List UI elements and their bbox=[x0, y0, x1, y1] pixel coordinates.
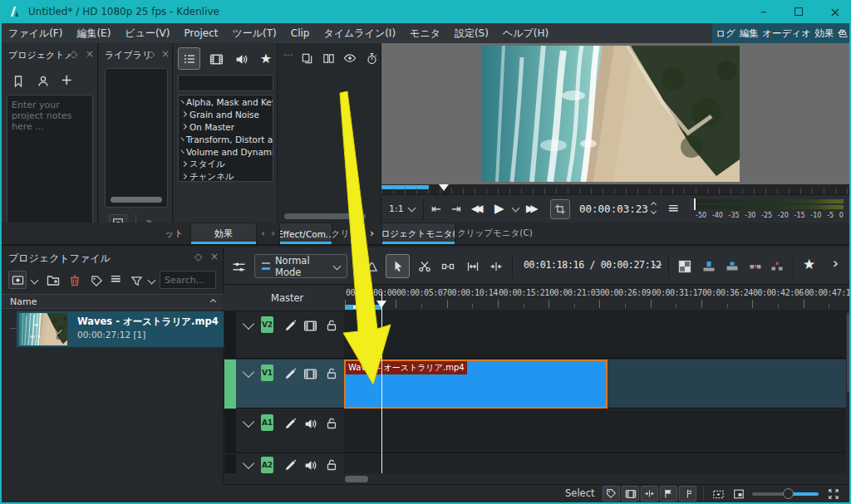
timeline-master-header[interactable]: Master bbox=[224, 286, 344, 311]
track-effects-button[interactable] bbox=[283, 366, 298, 381]
bin-filter-button[interactable] bbox=[128, 272, 145, 289]
track-label-a2[interactable]: A2 bbox=[261, 457, 273, 473]
workspace-audio[interactable]: オーディオ bbox=[762, 27, 811, 40]
zoom-out-button[interactable] bbox=[731, 487, 746, 502]
stack-show-button[interactable] bbox=[342, 50, 358, 66]
effects-video-filter-button[interactable] bbox=[207, 50, 225, 68]
notes-bookmark-button[interactable] bbox=[10, 73, 27, 90]
tab-scroll-left-icon[interactable]: ‹ bbox=[261, 227, 265, 239]
track-hide-button[interactable] bbox=[303, 366, 317, 381]
status-tags-button[interactable] bbox=[603, 486, 620, 502]
bin-delete-button[interactable] bbox=[66, 272, 83, 289]
workspace-effects[interactable]: 効果 bbox=[814, 27, 834, 40]
maximize-button[interactable] bbox=[781, 0, 816, 23]
track-lock-button[interactable] bbox=[324, 366, 339, 381]
stack-hscrollbar[interactable] bbox=[284, 213, 366, 219]
track-target-strip[interactable] bbox=[224, 454, 236, 473]
bin-clip-row[interactable]: Waves - オーストラリア.mp4 00:00:27:12 [1] bbox=[17, 311, 224, 347]
mix-clips-button[interactable] bbox=[362, 257, 381, 276]
track-label-a1[interactable]: A1 bbox=[261, 414, 273, 431]
timeline-clip[interactable]: Waves - オーストラリア.mp4 bbox=[344, 360, 608, 409]
timeline-hscrollbar[interactable] bbox=[344, 473, 851, 484]
overwrite-zone-button[interactable] bbox=[723, 257, 741, 276]
menu-timeline[interactable]: タイムライン(I) bbox=[323, 27, 396, 41]
track-header-v1[interactable]: V1 bbox=[224, 360, 344, 409]
workspace-color[interactable]: 色 bbox=[838, 27, 848, 40]
lift-zone-button[interactable] bbox=[768, 257, 786, 276]
menu-edit[interactable]: 編集(E) bbox=[76, 27, 111, 41]
collapse-track-icon[interactable] bbox=[243, 416, 254, 428]
library-list[interactable] bbox=[105, 68, 168, 208]
track-target-strip[interactable] bbox=[224, 311, 236, 359]
status-mixes-button[interactable] bbox=[641, 486, 658, 502]
timeline-playhead-line[interactable] bbox=[381, 292, 382, 473]
zone-mode-button[interactable] bbox=[550, 199, 570, 219]
float-dock-icon[interactable]: ◇ bbox=[147, 48, 155, 60]
effect-category[interactable]: スタイル bbox=[179, 158, 273, 170]
toolbar-overflow-button[interactable]: › bbox=[833, 255, 839, 272]
menu-tools[interactable]: ツール(T) bbox=[233, 27, 277, 41]
timeline-playhead-triangle[interactable] bbox=[376, 301, 386, 308]
slip-tool-button[interactable] bbox=[464, 257, 482, 276]
tab-scroll-right-icon[interactable]: › bbox=[370, 227, 374, 239]
menu-monitor[interactable]: モニタ bbox=[410, 27, 440, 41]
track-header-v2[interactable]: V2 bbox=[224, 311, 344, 359]
track-header-a1[interactable]: A1 bbox=[224, 409, 344, 453]
fast-forward-button[interactable]: ▶▶ bbox=[526, 203, 534, 214]
chevron-down-icon[interactable] bbox=[31, 276, 39, 285]
close-dock-icon[interactable]: × bbox=[86, 48, 94, 60]
status-snap-button[interactable] bbox=[679, 486, 696, 502]
tab-scroll-left-icon[interactable]: ‹ bbox=[359, 227, 363, 239]
close-button[interactable]: × bbox=[816, 0, 851, 23]
tab-clip-properties[interactable]: クリッ bbox=[332, 223, 357, 244]
track-label-v1[interactable]: V1 bbox=[261, 365, 273, 381]
status-thumbnails-button[interactable] bbox=[622, 486, 639, 502]
track-lane-a2[interactable] bbox=[344, 454, 846, 473]
bin-tags-button[interactable] bbox=[88, 272, 105, 289]
timeline-settings-button[interactable] bbox=[229, 257, 248, 276]
track-hide-button[interactable] bbox=[303, 318, 317, 333]
mixed-audio-thumbnails-button[interactable] bbox=[675, 257, 694, 276]
track-lane-a1[interactable] bbox=[344, 409, 846, 453]
bin-search-input[interactable] bbox=[160, 271, 216, 289]
monitor-playhead[interactable] bbox=[439, 184, 449, 191]
close-dock-icon[interactable]: × bbox=[210, 251, 219, 262]
zoom-slider-handle[interactable] bbox=[783, 488, 794, 499]
extract-zone-button[interactable] bbox=[746, 257, 765, 276]
vscrollbar-thumb[interactable] bbox=[847, 313, 850, 392]
play-button[interactable]: ▶ bbox=[494, 201, 504, 216]
chevron-down-icon[interactable] bbox=[512, 204, 520, 213]
goto-zone-end-button[interactable]: ⇥ bbox=[451, 202, 461, 215]
bin-name-header[interactable]: Name bbox=[2, 294, 224, 309]
notes-add-button[interactable]: + bbox=[58, 71, 75, 88]
menu-project[interactable]: Project bbox=[184, 27, 218, 39]
stack-more-button[interactable]: ... bbox=[283, 46, 293, 58]
chevron-down-icon[interactable] bbox=[408, 204, 416, 213]
track-mute-button[interactable] bbox=[303, 416, 317, 431]
stack-compare-button[interactable] bbox=[320, 50, 337, 66]
status-markers-button[interactable] bbox=[660, 486, 677, 502]
insert-zone-button[interactable] bbox=[700, 257, 718, 276]
track-effects-button[interactable] bbox=[283, 416, 298, 431]
tab-clip-monitor[interactable]: クリップモニタ(C) bbox=[455, 223, 534, 244]
favorite-effects-button[interactable]: ★ bbox=[803, 256, 815, 272]
tab-effect-stack[interactable]: Effect/Com... bbox=[279, 223, 332, 244]
effects-favorites-button[interactable]: ★ bbox=[257, 48, 275, 68]
rewind-button[interactable]: ◀◀ bbox=[471, 203, 480, 214]
effect-category[interactable]: Transform, Distort and P bbox=[179, 133, 273, 145]
timecode-down-icon[interactable] bbox=[651, 208, 657, 214]
collapse-track-icon[interactable] bbox=[243, 458, 254, 469]
timeline-vscrollbar[interactable] bbox=[846, 311, 851, 473]
tab-compositions[interactable]: ット bbox=[158, 223, 190, 244]
track-target-strip-active[interactable] bbox=[224, 360, 236, 409]
collapse-track-icon[interactable] bbox=[243, 318, 254, 330]
tab-project-monitor[interactable]: プロジェクトモニタ(P) bbox=[381, 223, 455, 244]
track-lock-button[interactable] bbox=[324, 416, 339, 431]
goto-zone-start-button[interactable]: ⇤ bbox=[431, 202, 441, 215]
workspace-log[interactable]: ログ bbox=[716, 27, 736, 40]
effects-search-input[interactable] bbox=[178, 75, 273, 91]
close-dock-icon[interactable]: × bbox=[161, 48, 170, 60]
stack-keyframes-button[interactable] bbox=[363, 50, 380, 66]
float-dock-icon[interactable]: ◇ bbox=[194, 251, 202, 262]
track-target-strip[interactable] bbox=[224, 409, 236, 453]
